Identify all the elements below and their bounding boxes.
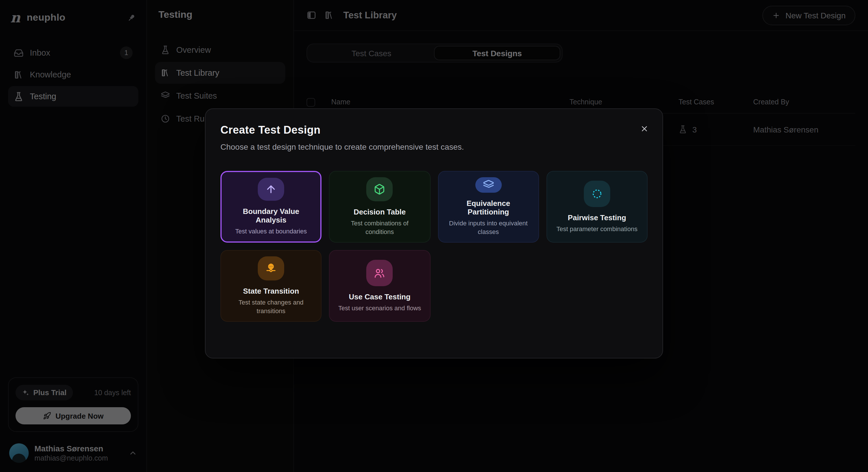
technique-name: Pairwise Testing — [568, 213, 626, 222]
close-icon[interactable] — [637, 122, 651, 135]
technique-card-pairwise-testing[interactable]: Pairwise Testing Test parameter combinat… — [547, 171, 648, 243]
technique-card-use-case-testing[interactable]: Use Case Testing Test user scenarios and… — [329, 250, 431, 322]
app-window: n neuphlo Inbox 1 Kno — [0, 0, 868, 472]
dialog-subtitle: Choose a test design technique to create… — [220, 142, 648, 151]
layers-icon — [475, 177, 501, 193]
technique-card-state-transition[interactable]: State Transition Test state changes and … — [220, 250, 322, 322]
cube-icon — [367, 177, 393, 202]
dotted-circle-icon — [584, 180, 610, 207]
technique-description: Test values at boundaries — [236, 227, 307, 236]
technique-card-decision-table[interactable]: Decision Table Test combinations of cond… — [329, 171, 431, 243]
globe-node-icon — [258, 256, 284, 281]
technique-description: Test combinations of conditions — [337, 220, 423, 236]
technique-name: Decision Table — [353, 208, 406, 216]
technique-name: Boundary Value Analysis — [228, 207, 314, 224]
technique-grid: Boundary Value Analysis Test values at b… — [220, 171, 648, 322]
technique-description: Test parameter combinations — [557, 225, 638, 233]
technique-name: State Transition — [243, 287, 299, 296]
create-test-design-dialog: Create Test Design Choose a test design … — [205, 108, 663, 359]
technique-description: Test user scenarios and flows — [338, 304, 421, 312]
technique-card-equivalence-partitioning[interactable]: Equivalence Partitioning Divide inputs i… — [438, 171, 539, 243]
technique-card-boundary-value-analysis[interactable]: Boundary Value Analysis Test values at b… — [220, 171, 322, 243]
technique-name: Equivalence Partitioning — [445, 199, 532, 216]
technique-name: Use Case Testing — [349, 292, 410, 301]
technique-description: Divide inputs into equivalent classes — [445, 220, 532, 236]
users-icon — [367, 260, 393, 286]
dialog-title: Create Test Design — [220, 124, 648, 136]
arrow-up-icon — [258, 178, 284, 201]
technique-description: Test state changes and transitions — [228, 299, 314, 315]
